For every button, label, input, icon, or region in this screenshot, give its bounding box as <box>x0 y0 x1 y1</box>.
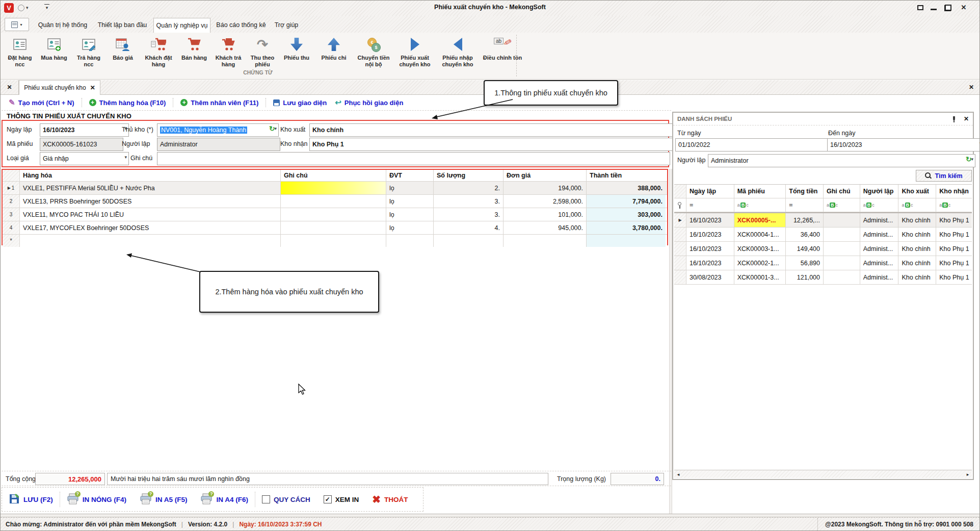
voucher-code-highlighted[interactable]: XCK00005-... <box>734 213 786 227</box>
scroll-right-icon[interactable]: ▸ <box>964 471 972 478</box>
fullscreen-button[interactable] <box>917 5 923 10</box>
close-button[interactable]: ✕ <box>959 4 968 12</box>
ribbon-button-thu-theo-phieu[interactable]: ↷ Thu theo phiếu <box>246 34 279 69</box>
column-dvt[interactable]: ĐVT <box>386 170 434 181</box>
column-hang-hoa[interactable]: Hàng hóa <box>20 170 281 181</box>
close-panel-icon[interactable]: ✕ <box>964 115 969 122</box>
horizontal-splitter[interactable] <box>1 514 979 517</box>
ribbon-button-bao-gia[interactable]: Báo giá <box>107 34 139 69</box>
row-marker: 3 <box>3 208 20 221</box>
ribbon-button-phieu-thu[interactable]: Phiếu thu <box>280 34 313 69</box>
tab-quan-tri-he-thong[interactable]: Quản trị hệ thống <box>34 18 91 33</box>
column-nguoi-lap[interactable]: Người lập <box>860 185 899 198</box>
create-new-button[interactable]: ✎ Tạo mới (Ctrl + N) <box>2 98 82 107</box>
ribbon-launcher-button[interactable]: ▾ <box>5 18 29 31</box>
add-item-button[interactable]: + Thêm hàng hóa (F10) <box>82 99 173 107</box>
minimize-button[interactable] <box>931 9 937 10</box>
list-item[interactable]: 16/10/2023 XCK00004-1... 36,400 Administ… <box>674 227 972 242</box>
column-ngay-lap[interactable]: Ngày lập <box>686 185 734 198</box>
question-badge-icon: ? <box>75 491 81 497</box>
from-date-combobox[interactable]: 01/10/2022 <box>675 138 836 151</box>
list-item[interactable]: 16/10/2023 XCK00002-1... 56,890 Administ… <box>674 256 972 270</box>
close-tab-left-icon[interactable]: ✕ <box>1 80 19 94</box>
close-icon[interactable]: ✕ <box>90 84 95 91</box>
print-hot-button[interactable]: ? IN NÓNG (F4) <box>60 493 133 506</box>
restore-layout-button[interactable]: ↩ Phục hồi giao diện <box>334 98 410 107</box>
column-kho-xuat[interactable]: Kho xuất <box>898 185 936 198</box>
ribbon-button-dat-hang-ncc[interactable]: Đặt hàng ncc <box>4 34 36 69</box>
note-cell-highlighted[interactable] <box>281 182 386 194</box>
restore-button[interactable] <box>945 5 951 11</box>
ghi-chu-field[interactable] <box>157 152 670 165</box>
kho-nhan-combobox[interactable]: Kho Phụ 1 <box>309 138 677 151</box>
scroll-left-icon[interactable]: ◂ <box>674 471 682 478</box>
column-ma-phieu[interactable]: Mã phiếu <box>734 185 786 198</box>
new-item-row[interactable]: * <box>3 235 667 247</box>
tab-bao-cao-thong-ke[interactable]: Báo cáo thống kê <box>213 18 270 33</box>
ribbon-button-chuyen-tien-noi-bo[interactable]: €$ Chuyển tiền nội bộ <box>354 34 393 69</box>
nguoi-lap-filter-combobox[interactable]: Administrator <box>708 154 975 167</box>
ribbon-button-phieu-xuat-chuyen-kho[interactable]: Phiếu xuất chuyển kho <box>394 34 436 69</box>
tab-thiet-lap-ban-dau[interactable]: Thiết lập ban đầu <box>93 18 151 33</box>
pin-icon[interactable] <box>950 116 957 122</box>
quy-cach-checkbox[interactable]: QUY CÁCH <box>255 495 317 503</box>
tab-quan-ly-nghiep-vu[interactable]: Quản lý nghiệp vụ <box>153 18 210 33</box>
horizontal-scrollbar[interactable]: ◂ ▸ <box>674 470 972 478</box>
print-a5-button[interactable]: ? IN A5 (F5) <box>133 493 194 506</box>
ngay-lap-combobox[interactable]: 16/10/2023 <box>40 123 129 137</box>
close-all-tabs-icon[interactable]: ✕ <box>966 80 976 94</box>
column-ghi-chu[interactable]: Ghi chú <box>824 185 860 198</box>
text-filter-icon[interactable]: aBc <box>860 198 899 212</box>
print-a4-button[interactable]: ? IN A4 (F6) <box>194 493 255 506</box>
ribbon-button-khach-dat-hang[interactable]: Khách đặt hàng <box>140 34 177 69</box>
list-item[interactable]: 16/10/2023 XCK00003-1... 149,400 Adminis… <box>674 242 972 256</box>
text-filter-icon[interactable]: aBc <box>898 198 936 212</box>
table-row[interactable]: 2 VXLE13, PRRS Boehringer 50DOSES lọ 3. … <box>3 195 667 208</box>
ribbon-button-ban-hang[interactable]: Bán hàng <box>178 34 210 69</box>
nguoi-lap-field[interactable]: Administrator <box>157 138 280 151</box>
column-kho-nhan[interactable]: Kho nhận <box>936 185 972 198</box>
tab-tro-giup[interactable]: Trợ giúp <box>272 18 301 33</box>
xem-in-checkbox[interactable]: ✓ XEM IN <box>317 495 366 503</box>
add-employee-button[interactable]: + Thêm nhân viên (F11) <box>173 99 266 107</box>
thu-kho-combobox[interactable]: NV001, Nguyễn Hoàng Thành <box>157 123 279 137</box>
text-filter-icon[interactable]: aBc <box>936 198 972 212</box>
ribbon-button-phieu-nhap-chuyen-kho[interactable]: Phiếu nhập chuyển kho <box>437 34 479 69</box>
kho-xuat-combobox[interactable]: Kho chính <box>309 123 677 137</box>
column-ghi-chu[interactable]: Ghi chú <box>281 170 386 181</box>
text-filter-icon[interactable]: aBc <box>824 198 860 212</box>
search-button[interactable]: Tìm kiếm <box>916 170 972 182</box>
ribbon-button-tra-hang-ncc[interactable]: Trả hàng ncc <box>72 34 105 69</box>
scrollbar-track[interactable] <box>682 471 964 478</box>
ribbon-button-mua-hang[interactable]: Mua hàng <box>37 34 71 69</box>
coins-icon: €$ <box>366 35 381 54</box>
save-layout-button[interactable]: Lưu giao diện <box>266 99 334 107</box>
text-filter-icon[interactable]: aBc <box>734 198 786 212</box>
to-date-combobox[interactable]: 16/10/2023 <box>827 138 980 151</box>
exit-button[interactable]: ✖ THOÁT <box>365 493 414 505</box>
refresh-icon[interactable]: ↻ <box>269 124 275 133</box>
loai-gia-label: Loại giá <box>7 152 29 164</box>
column-so-luong[interactable]: Số lượng <box>434 170 504 181</box>
filter-equals-icon[interactable]: = <box>786 198 824 212</box>
tab-phieu-xuat-chuyen-kho[interactable]: Phiếu xuất chuyển kho ✕ <box>19 80 100 95</box>
list-item[interactable]: ▶ 16/10/2023 XCK00005-... 12,265,... Adm… <box>674 212 972 227</box>
title-bar: V ▾ ▾ Phiếu xuất chuyển kho - MekongSoft… <box>1 1 979 16</box>
filter-equals-icon[interactable]: = <box>686 198 734 212</box>
ribbon-button-khach-tra-hang[interactable]: Khách trả hàng <box>211 34 245 69</box>
column-don-gia[interactable]: Đơn giá <box>504 170 587 181</box>
ma-phieu-field[interactable]: XCK00005-161023 <box>40 138 123 151</box>
undo-icon: ↩ <box>335 98 341 107</box>
ribbon-button-phieu-chi[interactable]: Phiếu chi <box>314 34 353 69</box>
list-item[interactable]: 30/08/2023 XCK00001-3... 121,000 Adminis… <box>674 270 972 285</box>
save-button[interactable]: LƯU (F2) <box>2 493 60 506</box>
table-row[interactable]: ▶1 VXLE1, PESTIFFA Merial 50LIỀU + Nước … <box>3 182 667 195</box>
nguoi-lap-filter-label: Người lập <box>677 154 705 166</box>
ribbon-button-dieu-chinh-ton[interactable]: ab✎ Điều chỉnh tồn <box>480 34 525 69</box>
table-row[interactable]: 3 VXLE11, MYCO PAC THÁI 10 LIỀU lọ 3. 10… <box>3 208 667 221</box>
table-row[interactable]: 4 VXLE17, MYCOFLEX Boehringer 50DOSES lọ… <box>3 221 667 235</box>
column-tong-tien[interactable]: Tổng tiền <box>786 185 824 198</box>
refresh-icon[interactable]: ↻ <box>966 155 972 163</box>
column-thanh-tien[interactable]: Thành tiền <box>587 170 666 181</box>
loai-gia-combobox[interactable]: Giá nhập <box>40 152 129 165</box>
